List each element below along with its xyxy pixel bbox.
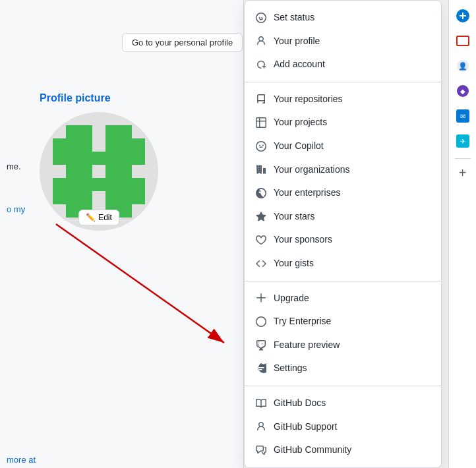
menu-item-your-enterprises[interactable]: Your enterprises [245,181,441,205]
svg-text:✈: ✈ [460,138,465,145]
svg-rect-2 [105,125,132,138]
community-icon [255,444,267,456]
left-panel [0,0,244,468]
profile-picture-label: Profile picture [40,92,158,104]
svg-rect-5 [53,152,145,165]
sidebar-divider [455,158,471,159]
edit-profile-picture-button[interactable]: ✏️ Edit [78,210,119,225]
your-organizations-label: Your organizations [274,163,349,177]
menu-item-your-copilot[interactable]: Your Copilot [245,134,441,158]
menu-item-github-docs[interactable]: GitHub Docs [245,392,441,415]
menu-item-try-enterprise[interactable]: Try Enterprise [245,310,441,334]
your-gists-label: Your gists [274,257,314,270]
github-support-label: GitHub Support [274,421,338,434]
upload-icon [255,292,267,304]
set-status-label: Set status [274,11,314,24]
menu-item-your-sponsors[interactable]: Your sponsors [245,228,441,252]
edit-label: Edit [98,213,112,222]
your-stars-label: Your stars [274,210,315,223]
your-repositories-label: Your repositories [274,93,343,106]
globe-icon [255,187,267,199]
sidebar-icon-2[interactable] [452,30,473,51]
svg-rect-3 [53,138,92,152]
your-projects-label: Your projects [274,116,327,129]
add-button[interactable]: + [459,165,467,181]
svg-text:◆: ◆ [460,88,465,95]
sidebar-icon-3[interactable]: 👤 [452,55,473,76]
copilot-icon [255,140,267,152]
code-icon [255,258,267,270]
menu-item-add-account[interactable]: Add account [245,53,441,76]
your-copilot-label: Your Copilot [274,140,324,153]
sidebar-icon-5[interactable]: ✉ [452,105,473,127]
menu-item-your-gists[interactable]: Your gists [245,252,441,276]
book-icon [255,94,267,105]
menu-item-github-support[interactable]: GitHub Support [245,415,441,439]
heart-icon [255,234,267,246]
your-profile-label: Your profile [274,35,320,48]
your-enterprises-label: Your enterprises [274,187,340,200]
docs-icon [255,397,267,409]
upgrade-label: Upgrade [274,292,309,305]
text-my: o my [7,204,25,214]
svg-rect-6 [66,165,92,178]
user-dropdown-menu: Set status Your profile Add account Your… [244,0,442,468]
svg-rect-9 [53,191,92,204]
person-add-icon [255,59,267,71]
svg-text:✉: ✉ [460,113,465,120]
menu-item-your-organizations[interactable]: Your organizations [245,158,441,182]
svg-rect-1 [66,125,92,138]
divider-2 [245,281,441,281]
org-icon [255,163,267,175]
svg-rect-10 [105,191,145,204]
feature-preview-label: Feature preview [274,339,340,352]
sidebar-icon-4[interactable]: ◆ [452,80,473,102]
menu-item-settings[interactable]: Settings [245,357,441,380]
table-icon [255,117,267,129]
svg-rect-8 [53,178,145,191]
svg-rect-4 [105,138,145,152]
menu-item-set-status[interactable]: Set status [245,6,441,30]
text-me: me. [7,161,21,171]
github-docs-label: GitHub Docs [274,397,326,410]
menu-item-your-stars[interactable]: Your stars [245,205,441,229]
divider-1 [245,82,441,82]
smiley-icon [255,12,267,24]
divider-3 [245,386,441,386]
support-icon [255,421,267,432]
menu-item-upgrade[interactable]: Upgrade [245,287,441,310]
text-more: more at [7,455,36,465]
menu-item-your-repositories[interactable]: Your repositories [245,88,441,111]
menu-item-your-profile[interactable]: Your profile [245,30,441,53]
gear-icon [255,363,267,374]
beaker-icon [255,339,267,351]
pencil-icon: ✏️ [86,213,96,222]
sidebar-icon-6[interactable]: ✈ [452,131,473,152]
profile-section: Profile picture ✏️ Edit [40,92,158,231]
go-to-profile-button[interactable]: Go to your personal profile [122,33,243,52]
github-community-label: GitHub Community [274,444,351,457]
star-icon [255,211,267,223]
your-sponsors-label: Your sponsors [274,233,332,247]
avatar-image [53,125,145,218]
settings-label: Settings [274,362,307,375]
sidebar-icon-1[interactable] [452,5,473,26]
add-account-label: Add account [274,58,325,71]
menu-item-your-projects[interactable]: Your projects [245,111,441,134]
svg-text:👤: 👤 [458,61,467,71]
menu-item-feature-preview[interactable]: Feature preview [245,334,441,357]
menu-item-github-community[interactable]: GitHub Community [245,438,441,462]
enterprise-icon [255,316,267,328]
person-icon [255,35,267,47]
right-sidebar: 👤 ◆ ✉ ✈ + [448,0,476,468]
svg-rect-17 [458,37,468,45]
try-enterprise-label: Try Enterprise [274,315,331,328]
svg-rect-7 [105,165,132,178]
